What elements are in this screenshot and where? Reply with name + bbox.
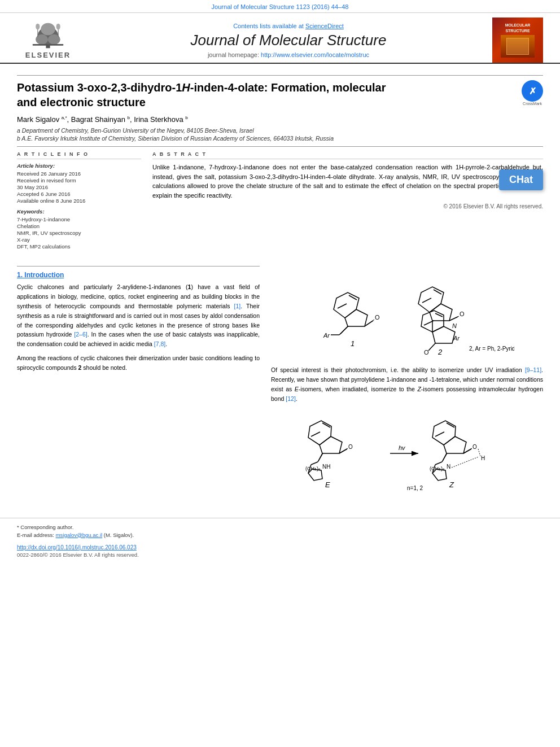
keyword-4: X-ray [17, 237, 141, 243]
authors-divider [17, 146, 543, 147]
svg-marker-23 [418, 287, 444, 312]
title-divider [17, 75, 543, 76]
svg-text:E: E [325, 480, 330, 489]
isomerization-svg: O (CH₂)ₙ NH E [300, 408, 514, 501]
introduction-heading: 1. Introduction [17, 271, 260, 279]
svg-text:O: O [424, 349, 429, 356]
structures-figure1: O Ar 1 [271, 261, 543, 360]
elsevier-logo: ELSEVIER [17, 20, 79, 60]
available-date: Available online 8 June 2016 [17, 198, 141, 204]
homepage-label: journal homepage: [208, 51, 259, 58]
svg-text:1: 1 [351, 339, 355, 348]
email-person: (M. Sigalov). [104, 532, 134, 538]
revised-date: 30 May 2016 [17, 184, 141, 190]
received-date: Received 26 January 2016 [17, 171, 141, 177]
affil-a: a Department of Chemistry, Ben-Gurion Un… [17, 127, 543, 134]
keyword-2: Chelation [17, 223, 141, 229]
svg-text:(CH₂)ₙ: (CH₂)ₙ [430, 466, 445, 471]
header-right: MOLECULARSTRUCTURE [492, 18, 549, 63]
svg-marker-42 [308, 421, 331, 445]
svg-line-70 [435, 462, 442, 465]
keywords-label: Keywords: [17, 208, 141, 215]
journal-cover-image: MOLECULARSTRUCTURE [492, 18, 543, 63]
svg-line-24 [422, 298, 431, 303]
header-center: Contents lists available at ScienceDirec… [85, 23, 492, 58]
svg-marker-10 [345, 309, 368, 326]
chat-button[interactable]: CHat [499, 169, 543, 190]
svg-marker-59 [444, 436, 466, 453]
svg-line-75 [452, 457, 479, 468]
email-link[interactable]: msigalov@bgu.ac.il [56, 532, 103, 538]
accepted-date: Accepted 6 June 2016 [17, 191, 141, 197]
svg-text:n=1, 2: n=1, 2 [407, 485, 423, 491]
svg-point-8 [56, 23, 60, 29]
isomerization-scheme: O (CH₂)ₙ NH E [271, 408, 543, 504]
journal-title: Journal of Molecular Structure [90, 32, 487, 49]
svg-line-49 [318, 453, 323, 461]
email-label: E-mail address: [17, 532, 54, 538]
content-divider [17, 266, 260, 267]
article-info-col: A R T I C L E I N F O Article history: R… [17, 151, 141, 250]
svg-text:N: N [447, 464, 450, 470]
header-left: ELSEVIER [11, 20, 85, 60]
journal-citation-text: Journal of Molecular Structure 1123 (201… [212, 3, 349, 10]
content-right-col: O Ar 1 [260, 261, 543, 509]
ref1-link[interactable]: [1] [234, 303, 241, 309]
journal-homepage: journal homepage: http://www.elsevier.co… [90, 51, 487, 58]
abstract-col: A B S T R A C T Unlike 1-indanone, 7-hyd… [152, 151, 543, 250]
intro-paragraph1: Cyclic chalcones and particularly 2-aryl… [17, 282, 260, 349]
crossmark-badge: ✗ CrossMark [522, 80, 543, 106]
svg-marker-22 [430, 304, 452, 321]
header-area: ELSEVIER Contents lists available at Sci… [0, 13, 560, 64]
svg-rect-9 [33, 44, 64, 46]
svg-text:NH: NH [322, 464, 330, 470]
article-history-label: Article history: [17, 163, 141, 169]
ref7-8-link[interactable]: [7,8] [154, 340, 165, 347]
svg-text:O: O [375, 314, 380, 321]
ref2-6-link[interactable]: [2–6] [74, 331, 87, 338]
svg-text:O: O [460, 311, 465, 317]
homepage-url[interactable]: http://www.elsevier.com/locate/molstruc [261, 51, 369, 58]
authors-line: Mark Sigalov a,*, Bagrat Shainyan b, Iri… [17, 115, 543, 124]
svg-text:Ar: Ar [453, 335, 460, 342]
abstract-heading: A B S T R A C T [152, 151, 543, 159]
svg-point-6 [36, 23, 40, 29]
svg-line-18 [340, 326, 349, 334]
chemical-structures-svg-1: O Ar 1 [300, 261, 514, 357]
email-note: E-mail address: msigalov@bgu.ac.il (M. S… [17, 532, 543, 538]
keyword-1: 7-Hydroxy-1-indanone [17, 216, 141, 222]
svg-marker-11 [334, 292, 359, 318]
affil-b: b A.E. Favorsky Irkutsk Institute of Che… [17, 135, 543, 142]
doi-link[interactable]: http://dx.doi.org/10.1016/j.molstruc.201… [17, 544, 137, 551]
page: Journal of Molecular Structure 1123 (201… [0, 0, 560, 558]
svg-marker-41 [320, 436, 342, 453]
svg-text:Ar: Ar [323, 332, 330, 339]
svg-text:O: O [473, 444, 477, 450]
svg-line-69 [443, 453, 447, 461]
svg-line-46 [340, 448, 348, 453]
received-revised-label: Received in revised form [17, 177, 141, 184]
sciencedirect-link[interactable]: ScienceDirect [305, 23, 344, 29]
svg-line-64 [464, 448, 472, 453]
svg-marker-60 [432, 421, 456, 445]
svg-line-43 [311, 432, 320, 436]
svg-text:H: H [481, 455, 485, 461]
keyword-3: NMR, IR, UV spectroscopy [17, 230, 141, 236]
article-info-abstract: A R T I C L E I N F O Article history: R… [0, 151, 560, 250]
svg-text:2: 2 [438, 348, 443, 356]
intro-paragraph2: Among the reactions of cyclic chalcones … [17, 353, 260, 373]
ref12-link[interactable]: [12] [286, 395, 296, 402]
main-content: 1. Introduction Cyclic chalcones and par… [0, 256, 560, 509]
crossmark-icon: ✗ [522, 80, 543, 102]
corresponding-text: * Corresponding author. [17, 524, 73, 530]
svg-text:hv: hv [399, 444, 406, 451]
svg-text:2, Ar = Ph, 2-Pyridil: 2, Ar = Ph, 2-Pyridil [469, 346, 514, 352]
ref9-11-link[interactable]: [9–11] [525, 366, 541, 373]
keyword-5: DFT, MP2 calculations [17, 243, 141, 250]
abstract-copyright: © 2016 Elsevier B.V. All rights reserved… [152, 203, 543, 209]
svg-line-50 [311, 462, 318, 465]
abstract-text: Unlike 1-indanone, 7-hydroxy-1-indanone … [152, 163, 543, 200]
article-info-heading: A R T I C L E I N F O [17, 151, 141, 159]
svg-marker-30 [432, 326, 455, 343]
svg-line-12 [338, 304, 347, 308]
